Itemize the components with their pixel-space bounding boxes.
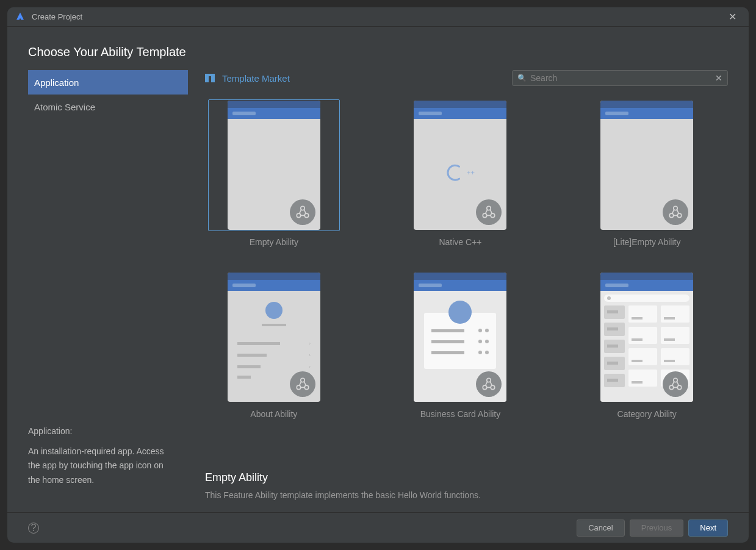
sidebar-item-label: Application xyxy=(34,77,79,88)
window-title: Create Project xyxy=(32,12,82,21)
svg-point-8 xyxy=(677,213,682,218)
template-card-business-card-ability[interactable]: Business Card Ability xyxy=(392,271,530,419)
svg-point-11 xyxy=(304,385,309,390)
search-icon: 🔍 xyxy=(517,74,527,82)
template-label: About Ability xyxy=(250,409,297,419)
template-card-lite-empty-ability[interactable]: [Lite]Empty Ability xyxy=(578,99,716,247)
sidebar-desc-text: An installation-required app. Access the… xyxy=(28,445,176,488)
sidebar-item-label: Atomic Service xyxy=(34,102,95,112)
template-label: Category Ability xyxy=(617,409,677,419)
market-icon xyxy=(205,74,215,82)
svg-point-1 xyxy=(297,213,301,218)
previous-button[interactable]: Previous xyxy=(630,520,684,537)
detail-description: This Feature Ability template implements… xyxy=(205,490,728,500)
close-icon[interactable]: ✕ xyxy=(724,9,741,25)
next-button[interactable]: Next xyxy=(688,520,728,537)
main-panel: Template Market 🔍 ✕ xyxy=(188,70,728,512)
ability-badge-icon xyxy=(663,371,688,397)
svg-point-14 xyxy=(491,385,495,390)
detail-title: Empty Ability xyxy=(205,471,728,484)
titlebar: Create Project ✕ xyxy=(7,7,749,27)
svg-point-13 xyxy=(483,385,488,390)
template-preview: ++ xyxy=(394,99,526,231)
template-card-category-ability[interactable]: Category Ability xyxy=(578,271,716,419)
footer-buttons: Cancel Previous Next xyxy=(577,520,728,537)
template-label: Empty Ability xyxy=(250,237,298,247)
sidebar-item-application[interactable]: Application xyxy=(28,70,188,95)
template-preview xyxy=(394,271,526,403)
page-title: Choose Your Ability Template xyxy=(28,45,728,59)
template-detail: Empty Ability This Feature Ability templ… xyxy=(205,462,728,512)
template-preview: › › › xyxy=(208,271,340,403)
cancel-button[interactable]: Cancel xyxy=(577,520,624,537)
search-input[interactable] xyxy=(530,73,715,83)
content-row: Application Atomic Service Application: … xyxy=(28,70,728,512)
search-box[interactable]: 🔍 ✕ xyxy=(512,70,728,86)
sidebar-item-atomic-service[interactable]: Atomic Service xyxy=(28,95,188,119)
sidebar: Application Atomic Service Application: … xyxy=(28,70,188,512)
footer: ? Cancel Previous Next xyxy=(7,512,749,543)
sidebar-desc-title: Application: xyxy=(28,426,176,436)
svg-point-17 xyxy=(677,385,682,390)
template-grid-scroll[interactable]: Empty Ability xyxy=(205,99,728,462)
svg-point-4 xyxy=(483,213,488,218)
ability-badge-icon xyxy=(290,371,315,397)
svg-point-2 xyxy=(304,213,309,218)
sidebar-description: Application: An installation-required ap… xyxy=(28,426,188,488)
template-label: Business Card Ability xyxy=(420,409,501,419)
svg-point-5 xyxy=(491,213,495,218)
create-project-window: Create Project ✕ Choose Your Ability Tem… xyxy=(7,7,749,543)
app-icon xyxy=(15,12,26,23)
template-grid: Empty Ability xyxy=(205,99,728,431)
ability-badge-icon xyxy=(663,199,688,225)
main-top-bar: Template Market 🔍 ✕ xyxy=(205,70,728,86)
template-card-about-ability[interactable]: › › › About Abi xyxy=(205,271,343,419)
template-card-empty-ability[interactable]: Empty Ability xyxy=(205,99,343,247)
template-label: Native C++ xyxy=(439,237,481,247)
svg-point-10 xyxy=(297,385,301,390)
template-card-native-cpp[interactable]: ++ Native C++ xyxy=(392,99,530,247)
template-preview xyxy=(581,99,713,231)
help-icon[interactable]: ? xyxy=(28,523,39,534)
template-preview xyxy=(581,271,713,403)
template-market-link[interactable]: Template Market xyxy=(205,73,290,84)
cpp-icon: ++ xyxy=(446,164,475,181)
svg-point-16 xyxy=(669,385,674,390)
template-preview xyxy=(208,99,340,231)
body: Choose Your Ability Template Application… xyxy=(7,27,749,512)
market-link-label: Template Market xyxy=(222,73,290,84)
clear-icon[interactable]: ✕ xyxy=(715,73,722,83)
ability-badge-icon xyxy=(290,199,315,225)
template-label: [Lite]Empty Ability xyxy=(613,237,681,247)
svg-point-7 xyxy=(669,213,674,218)
